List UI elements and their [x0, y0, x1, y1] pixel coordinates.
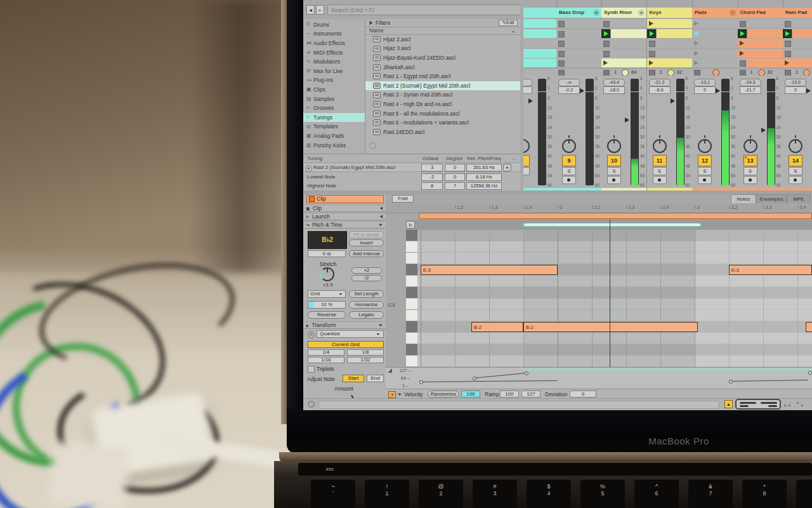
- track-number-button[interactable]: 14: [789, 155, 802, 166]
- randomize-button[interactable]: Randomize: [428, 391, 459, 398]
- clip-stop-button[interactable]: [740, 21, 746, 27]
- humanize-amount-field[interactable]: 10 %: [308, 301, 346, 309]
- clip-slot[interactable]: [556, 39, 601, 48]
- velocity-marker[interactable]: [525, 371, 528, 375]
- browser-back-button[interactable]: ◀: [306, 5, 315, 15]
- file-row[interactable]: Jiharkah.ascl: [365, 63, 520, 72]
- volume-field[interactable]: [523, 86, 532, 94]
- midi-note[interactable]: [806, 322, 812, 332]
- solo-button[interactable]: S: [698, 167, 712, 175]
- push-display-button[interactable]: [735, 399, 781, 410]
- clip-slot[interactable]: [783, 49, 812, 58]
- peak-level-display[interactable]: -13.0: [785, 79, 806, 86]
- grid-1-16-button[interactable]: 1/16: [308, 357, 344, 363]
- monitor-button[interactable]: [562, 176, 576, 184]
- volume-field[interactable]: -18.0: [603, 86, 625, 94]
- volume-fader-handle[interactable]: [671, 98, 675, 104]
- clip-slot[interactable]: [738, 19, 783, 28]
- section-clip[interactable]: ▣Clip: [303, 204, 386, 212]
- clip-slot[interactable]: [647, 58, 693, 67]
- clip-slot[interactable]: [783, 19, 812, 28]
- monitor-button[interactable]: [743, 176, 757, 184]
- track-header[interactable]: Synth Riser▼: [601, 8, 646, 18]
- clip-body[interactable]: [601, 58, 646, 67]
- sidebar-item-modulators[interactable]: ∿Modulators: [303, 57, 365, 66]
- filters-expander-icon[interactable]: [370, 21, 373, 25]
- clip-slot[interactable]: [692, 19, 738, 28]
- sidebar-item-tunings[interactable]: ⑂Tunings: [303, 113, 365, 122]
- clip-body[interactable]: [747, 29, 784, 38]
- track-header[interactable]: Pads◠: [692, 8, 738, 18]
- piano-key-white[interactable]: [406, 310, 417, 321]
- slot-play-icon[interactable]: [694, 21, 698, 26]
- current-grid-button[interactable]: Current Grid: [308, 341, 384, 348]
- search-input[interactable]: [327, 4, 525, 15]
- solo-button[interactable]: [523, 167, 530, 175]
- adjust-end-button[interactable]: End: [367, 375, 384, 382]
- pan-knob[interactable]: [789, 139, 802, 153]
- piano-key-white[interactable]: [406, 241, 417, 253]
- tuning-freq-field[interactable]: 12558.36 Hz: [466, 182, 502, 190]
- file-row[interactable]: Rast 4 - High Ds and As.ascl: [365, 100, 520, 109]
- track-number-button[interactable]: 11: [653, 155, 667, 166]
- clip-slot[interactable]: [692, 29, 738, 38]
- clip-play-icon[interactable]: [649, 21, 653, 26]
- pan-knob[interactable]: [743, 139, 757, 153]
- monitor-button[interactable]: [607, 176, 621, 184]
- file-row[interactable]: Hijaz 3.ascl: [365, 44, 520, 53]
- volume-field[interactable]: -21.7: [740, 86, 761, 94]
- midi-note[interactable]: B♭2: [471, 322, 523, 332]
- name-column-header[interactable]: Name: [369, 28, 384, 34]
- track-header[interactable]: Rain Pad: [783, 8, 812, 18]
- clip-slot[interactable]: [601, 49, 646, 58]
- tuning-octave-field[interactable]: 8: [421, 182, 443, 190]
- clip-stop-button[interactable]: [558, 60, 565, 67]
- track-header[interactable]: Keys: [647, 8, 693, 18]
- loop-toggle-button[interactable]: ↻: [406, 221, 415, 229]
- piano-key-black[interactable]: [406, 344, 417, 356]
- clip-slot[interactable]: [556, 58, 601, 67]
- clip-slot[interactable]: [556, 49, 601, 58]
- clip-play-icon[interactable]: [649, 60, 653, 65]
- loop-bar[interactable]: [419, 213, 812, 219]
- legato-button[interactable]: Legato: [349, 311, 384, 319]
- piano-key-black[interactable]: [406, 230, 417, 241]
- tab-notes[interactable]: Notes: [731, 194, 756, 203]
- warning-button[interactable]: ▲: [724, 400, 733, 408]
- clip-stop-button[interactable]: [558, 31, 565, 37]
- volume-fader-handle[interactable]: [716, 88, 720, 93]
- track-unfold-icon[interactable]: ▼: [593, 10, 599, 16]
- lane-color-icon[interactable]: ◂: [388, 391, 396, 398]
- clip-slot[interactable]: [556, 19, 601, 28]
- clip-slot[interactable]: [601, 39, 646, 48]
- file-row[interactable]: Rast 5 - all the modulations.ascl: [365, 109, 520, 118]
- adjust-start-button[interactable]: Start: [343, 375, 364, 382]
- solo-button[interactable]: S: [653, 167, 667, 175]
- stretch-knob[interactable]: [320, 267, 334, 281]
- clip-body[interactable]: [747, 58, 783, 67]
- slot-play-icon[interactable]: [694, 51, 698, 56]
- sidebar-item-clips[interactable]: ▣Clips: [303, 85, 365, 94]
- solo-button[interactable]: S: [743, 167, 757, 175]
- clip-slot[interactable]: [647, 39, 693, 48]
- tuning-degree-field[interactable]: 0: [445, 173, 465, 181]
- sidebar-item-audio-effects[interactable]: ⋈Audio Effects: [303, 39, 365, 48]
- edit-button[interactable]: ✎ Edit: [499, 20, 518, 26]
- clip-body[interactable]: [738, 49, 783, 58]
- clip-body[interactable]: [656, 29, 693, 38]
- track-number-button[interactable]: 10: [607, 155, 621, 166]
- clip-stop-button[interactable]: [603, 51, 610, 57]
- volume-field[interactable]: 0: [785, 86, 806, 94]
- clip-slot[interactable]: [523, 39, 556, 48]
- stretch-x2-button[interactable]: ×2: [351, 267, 382, 274]
- clip-slot[interactable]: [692, 39, 738, 48]
- tuning-degree-field[interactable]: 7: [445, 182, 465, 190]
- sidebar-item-templates[interactable]: ⊟Templates: [303, 123, 365, 131]
- clip-play-icon[interactable]: [740, 41, 744, 46]
- tuning-octave-field[interactable]: -2: [421, 173, 443, 181]
- section-launch[interactable]: ⊩Launch: [303, 213, 386, 220]
- quantize-select[interactable]: Quantize: [317, 330, 384, 338]
- set-length-button[interactable]: Set Length: [349, 290, 384, 298]
- piano-key-white[interactable]: [406, 276, 417, 287]
- track-header[interactable]: [523, 8, 556, 18]
